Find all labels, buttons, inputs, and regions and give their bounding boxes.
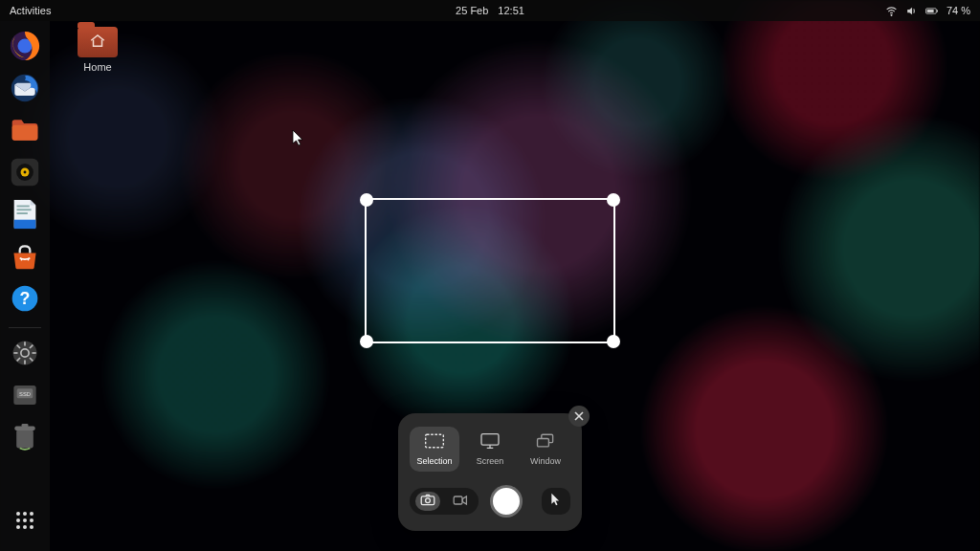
folder-icon (78, 27, 118, 57)
selection-handle-se[interactable] (607, 335, 620, 348)
dock-item-libreoffice-writer[interactable] (6, 195, 44, 233)
mouse-cursor-icon (292, 129, 305, 150)
svg-rect-15 (17, 212, 28, 214)
svg-rect-55 (454, 496, 462, 504)
panel-bottom-row (410, 485, 570, 518)
svg-point-36 (16, 512, 20, 516)
capture-video-button[interactable] (448, 492, 473, 511)
svg-point-11 (24, 171, 27, 174)
capture-type-toggle (410, 488, 479, 515)
show-pointer-button[interactable] (542, 488, 570, 515)
clock-area[interactable]: 25 Feb 12:51 (456, 5, 524, 16)
svg-point-17 (28, 259, 30, 261)
mode-selection[interactable]: Selection (410, 427, 459, 472)
svg-point-54 (426, 498, 431, 503)
selection-handle-nw[interactable] (360, 193, 373, 207)
dock-item-files[interactable] (6, 111, 44, 149)
svg-rect-13 (17, 206, 30, 208)
show-apps-button[interactable] (6, 501, 44, 540)
svg-point-0 (891, 14, 892, 15)
selection-handle-sw[interactable] (360, 335, 373, 348)
dock-item-rhythmbox[interactable] (6, 153, 44, 191)
dock-item-ubuntu-software[interactable] (6, 237, 44, 276)
close-button[interactable] (568, 406, 590, 427)
mode-label: Window (530, 456, 561, 466)
svg-rect-47 (426, 434, 444, 448)
mode-label: Screen (477, 456, 504, 466)
close-icon (574, 408, 584, 425)
dock-item-disk-ssd[interactable]: SSD (6, 376, 44, 414)
activities-button[interactable]: Activities (10, 5, 51, 16)
selection-handle-ne[interactable] (607, 193, 620, 207)
screenshot-selection-rect[interactable] (365, 198, 615, 343)
home-icon (89, 33, 106, 52)
pointer-icon (550, 493, 562, 510)
window-icon (535, 432, 556, 452)
dock-item-trash[interactable] (6, 418, 44, 456)
dock: ? SSD (0, 21, 50, 551)
svg-rect-53 (421, 496, 434, 505)
svg-point-43 (23, 525, 27, 529)
mode-label: Selection (416, 456, 452, 466)
svg-rect-52 (538, 438, 549, 446)
svg-point-41 (30, 518, 33, 522)
battery-percent: 74 % (947, 5, 970, 16)
svg-rect-48 (481, 434, 499, 445)
video-icon (453, 493, 468, 510)
dock-item-settings[interactable] (6, 334, 44, 372)
capture-mode-row: Selection Screen Window (410, 427, 570, 472)
volume-icon (905, 5, 918, 17)
svg-text:?: ? (20, 289, 31, 308)
dock-item-thunderbird[interactable] (6, 69, 44, 107)
camera-icon (420, 493, 435, 510)
svg-point-38 (30, 512, 33, 516)
desktop-icon-home[interactable]: Home (69, 27, 126, 73)
top-bar: Activities 25 Feb 12:51 74 % (0, 0, 980, 21)
svg-point-39 (16, 518, 20, 522)
capture-photo-button[interactable] (415, 492, 440, 511)
svg-point-42 (16, 525, 20, 529)
svg-rect-3 (927, 9, 934, 11)
dock-item-help[interactable]: ? (6, 279, 44, 318)
shutter-button[interactable] (490, 485, 523, 518)
selection-icon (424, 432, 445, 452)
svg-point-40 (23, 518, 27, 522)
dock-item-firefox[interactable] (6, 27, 44, 65)
svg-point-16 (21, 259, 23, 261)
svg-rect-7 (12, 125, 38, 141)
system-status-area[interactable]: 74 % (885, 5, 970, 17)
desktop-icon-label: Home (83, 61, 111, 73)
svg-rect-14 (17, 209, 32, 210)
date-label: 25 Feb (456, 5, 488, 16)
dock-separator (9, 327, 41, 328)
svg-rect-12 (14, 220, 36, 229)
wifi-icon (885, 5, 898, 17)
svg-rect-2 (937, 10, 938, 11)
svg-rect-35 (21, 424, 28, 428)
mode-screen[interactable]: Screen (465, 427, 515, 472)
screen-icon (479, 432, 501, 452)
svg-point-37 (23, 512, 27, 516)
svg-rect-33 (16, 430, 33, 448)
mode-window[interactable]: Window (521, 427, 570, 472)
svg-text:SSD: SSD (19, 391, 31, 397)
battery-icon (925, 5, 939, 17)
screenshot-panel: Selection Screen Window (398, 413, 582, 531)
time-label: 12:51 (498, 5, 524, 16)
svg-point-44 (30, 525, 33, 529)
